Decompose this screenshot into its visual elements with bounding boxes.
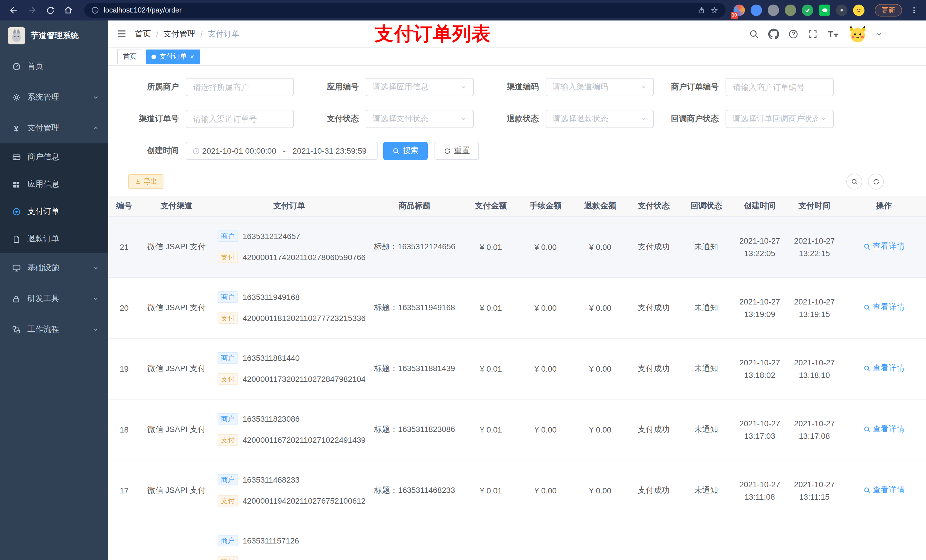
sidebar-item-refund-order[interactable]: 退款订单 [0,225,108,253]
extension-icon[interactable] [819,5,830,16]
app-title: 芋道管理系统 [31,31,79,41]
pay-order-table: 编号 支付渠道 支付订单 商品标题 支付金额 手续金额 退款金额 支付状态 回调… [108,196,926,560]
github-icon[interactable] [768,29,779,39]
table-row: 18 微信 JSAPI 支付 商户1635311823086 支付4200001… [108,399,926,460]
browser-menu-icon[interactable] [908,6,920,15]
sidebar-item-pay-order[interactable]: 支付订单 [0,198,108,225]
extension-icon[interactable] [768,5,779,16]
sidebar-item-payment[interactable]: ¥ 支付管理 [0,113,108,143]
app-id-select[interactable]: 请选择应用信息 [366,78,474,96]
browser-extensions: 10 [734,5,864,16]
export-button[interactable]: 导出 [128,174,163,189]
grid-icon [11,180,21,189]
merchant-order-no-input[interactable] [726,78,834,96]
merchant-tag: 商户 [218,352,238,364]
filter-label: 创建时间 [114,146,186,156]
merchant-tag: 商户 [218,535,238,546]
pay-tag: 支付 [218,434,238,445]
merchant-select-input[interactable] [186,78,294,96]
reset-button[interactable]: 重置 [434,142,479,160]
credit-card-icon [11,152,21,162]
col-fee: 手续金额 [518,196,573,216]
status-text: 支付成功 [628,277,680,338]
status-text: 支付成功 [628,338,680,399]
pay-status-select[interactable]: 请选择支付状态 [366,110,474,128]
view-detail-link[interactable]: 查看详情 [863,424,905,435]
channel-code-select[interactable]: 请输入渠道编码 [546,78,654,96]
extension-icon[interactable] [785,5,796,16]
extension-icon[interactable] [802,5,813,16]
browser-url-bar[interactable]: localhost:1024/pay/order [84,3,726,18]
sidebar: 芋道管理系统 首页 系统管理 ¥ 支付管理 [0,21,108,560]
chevron-down-icon [460,84,467,91]
pay-tag: 支付 [218,252,238,263]
breadcrumb: 首页 / 支付管理 / 支付订单 [135,29,240,39]
help-icon[interactable] [788,29,799,39]
site-info-icon[interactable] [91,6,99,14]
chevron-down-icon [92,94,99,101]
filter-label: 应用编号 [294,82,366,92]
view-detail-link[interactable]: 查看详情 [863,485,905,495]
close-icon[interactable]: × [190,53,194,60]
browser-update-button[interactable]: 更新 [875,4,902,17]
extension-badge: 10 [731,12,738,19]
clock-icon [192,147,200,154]
breadcrumb-pay-mgmt[interactable]: 支付管理 [163,29,195,39]
extension-icon[interactable] [750,5,762,16]
extension-icon[interactable]: 10 [734,5,745,16]
view-detail-link[interactable]: 查看详情 [863,302,905,313]
font-size-icon[interactable] [827,29,840,39]
pay-tag: 支付 [218,312,238,324]
breadcrumb-home[interactable]: 首页 [135,29,151,39]
refund-status-select[interactable]: 请选择退款状态 [546,110,654,128]
view-detail-link[interactable]: 查看详情 [863,363,905,374]
tag-pay-order[interactable]: 支付订单 × [146,49,200,64]
view-detail-link[interactable]: 查看详情 [863,242,905,252]
sidebar-item-infrastructure[interactable]: 基础设施 [0,253,108,284]
filter-label: 渠道订单号 [114,114,186,124]
filter-label: 渠道编码 [474,82,546,92]
sidebar-item-home[interactable]: 首页 [0,51,108,82]
breadcrumb-current: 支付订单 [208,29,240,39]
monitor-icon [11,264,21,273]
filter-row-2: 渠道订单号 支付状态 请选择支付状态 退款状态 请选择退款状态 [114,110,926,128]
notify-status-select[interactable]: 请选择订单回调商户状态 [726,110,834,128]
sidebar-item-dev-tools[interactable]: 研发工具 [0,284,108,314]
create-time-range-picker[interactable]: 2021-10-01 00:00:00 - 2021-10-31 23:59:5… [186,142,378,160]
sidebar-toggle-icon[interactable] [116,29,127,39]
chevron-down-icon [92,326,99,333]
col-amount: 支付金额 [464,196,518,216]
user-menu-caret-icon[interactable] [876,30,883,37]
top-navbar: 首页 / 支付管理 / 支付订单 支付订单列表 [108,21,926,48]
col-pay-order: 支付订单 [213,196,366,216]
sidebar-item-system[interactable]: 系统管理 [0,82,108,113]
browser-back-button[interactable] [6,2,22,18]
browser-forward-button[interactable] [24,2,40,18]
bookmark-star-icon[interactable] [710,6,719,15]
sidebar-item-workflow[interactable]: 工作流程 [0,314,108,345]
sidebar-item-merchant-info[interactable]: 商户信息 [0,143,108,171]
extension-icon[interactable] [836,5,847,16]
tag-home[interactable]: 首页 [117,49,142,64]
merchant-tag: 商户 [218,413,238,424]
show-search-icon-button[interactable] [846,174,862,190]
browser-home-button[interactable] [61,2,76,18]
url-text: localhost:1024/pay/order [104,6,182,14]
browser-chrome: localhost:1024/pay/order 10 [0,0,926,21]
status-text: 支付成功 [628,216,680,277]
app-logo: 芋道管理系统 [0,21,108,51]
search-button[interactable]: 搜索 [383,142,428,160]
user-avatar[interactable] [849,25,867,43]
col-create-time: 创建时间 [732,196,787,216]
merchant-tag: 商户 [218,231,238,242]
refresh-table-button[interactable] [868,174,884,190]
fullscreen-icon[interactable] [808,29,818,39]
browser-refresh-button[interactable] [42,2,58,18]
sidebar-item-app-info[interactable]: 应用信息 [0,171,108,198]
share-icon[interactable] [698,6,706,14]
channel-order-no-input[interactable] [186,110,294,128]
search-icon[interactable] [749,29,759,39]
table-row: 19 微信 JSAPI 支付 商户1635311881440 支付4200001… [108,338,926,399]
pay-tag: 支付 [218,373,238,385]
extension-icon[interactable] [853,5,864,16]
